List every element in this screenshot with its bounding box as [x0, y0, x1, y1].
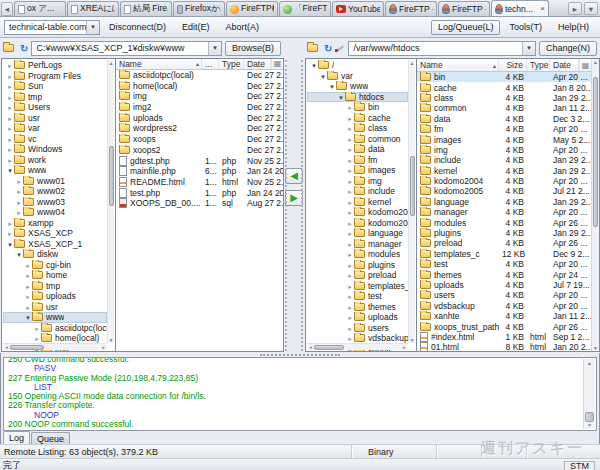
column-header-type[interactable]: Type: [527, 59, 550, 71]
twisty-icon[interactable]: [6, 228, 14, 238]
twisty-icon[interactable]: [346, 323, 354, 333]
file-row[interactable]: uploads 4 KB Jul 7 19...: [417, 280, 591, 290]
refresh-icon[interactable]: ↻: [324, 44, 332, 53]
file-row[interactable]: data 4 KB Dec 3 2...: [417, 114, 591, 124]
remote-file-list[interactable]: Name▴ Size Type Date ▦ bin 4 KB Apr 2: [417, 58, 600, 352]
twisty-icon[interactable]: [346, 218, 354, 228]
twisty-icon[interactable]: [6, 155, 14, 165]
tree-item[interactable]: usr: [3, 113, 107, 124]
twisty-icon[interactable]: [346, 102, 354, 112]
tree-item[interactable]: common: [307, 134, 408, 145]
tree-item[interactable]: var: [3, 123, 107, 134]
tree-item[interactable]: Windows: [3, 144, 107, 155]
twisty-icon[interactable]: [346, 155, 354, 165]
change-button[interactable]: Change(N): [539, 41, 597, 56]
tree-item[interactable]: Sun: [3, 81, 107, 92]
tree-item[interactable]: bin: [307, 102, 408, 113]
tree-item[interactable]: kernel: [307, 197, 408, 208]
refresh-icon[interactable]: ↻: [20, 44, 28, 53]
file-row[interactable]: xoops2 Dec 27 2...: [116, 145, 283, 156]
twisty-icon[interactable]: [346, 281, 354, 291]
toolbar-menu-item[interactable]: Edit(E): [175, 20, 217, 34]
tree-item[interactable]: data: [307, 144, 408, 155]
tree-item[interactable]: www: [307, 81, 408, 92]
tree-item[interactable]: work: [3, 155, 107, 166]
upload-arrow-button[interactable]: ▶: [285, 190, 303, 206]
log-vscrollbar[interactable]: ▲ ▼: [583, 359, 595, 429]
twisty-icon[interactable]: [24, 312, 32, 322]
tab-close-icon[interactable]: ×: [540, 4, 545, 13]
twisty-icon[interactable]: [346, 270, 354, 280]
file-row[interactable]: users 4 KB Apr 20 ...: [417, 290, 591, 300]
twisty-icon[interactable]: [346, 312, 354, 322]
tree-item[interactable]: fm: [307, 155, 408, 166]
tree-item[interactable]: www03: [3, 197, 107, 208]
tree-item[interactable]: vc: [3, 134, 107, 145]
file-row[interactable]: modules 4 KB Apr 26 ...: [417, 217, 591, 227]
tree-item[interactable]: htdocs: [307, 92, 408, 103]
chevron-down-icon[interactable]: ▾: [86, 21, 99, 34]
twisty-icon[interactable]: [337, 92, 345, 102]
tree-item[interactable]: usr: [3, 302, 107, 313]
tree-item[interactable]: XSAS_XCP: [3, 228, 107, 239]
tree-item[interactable]: class: [307, 123, 408, 134]
twisty-icon[interactable]: [346, 113, 354, 123]
tree-item[interactable]: test: [307, 291, 408, 302]
twisty-icon[interactable]: [6, 123, 14, 133]
twisty-icon[interactable]: [328, 81, 336, 91]
twisty-icon[interactable]: [346, 207, 354, 217]
browser-tab[interactable]: ox ア... ×: [14, 1, 66, 16]
column-header-date[interactable]: Date: [244, 59, 271, 69]
file-row[interactable]: xoops_trust_path 4 KB Apr 26 ...: [417, 321, 591, 331]
twisty-icon[interactable]: [6, 81, 14, 91]
tree-item[interactable]: include: [307, 186, 408, 197]
file-row[interactable]: 01.html 8 KB html Jan 20 2...: [417, 342, 591, 351]
tree-item[interactable]: uploads: [3, 291, 107, 302]
tree-item[interactable]: www: [3, 312, 107, 323]
file-row[interactable]: img Dec 27 2...: [116, 91, 283, 102]
twisty-icon[interactable]: [346, 144, 354, 154]
twisty-icon[interactable]: [15, 207, 23, 217]
column-picker-icon[interactable]: ▦: [271, 59, 283, 69]
twisty-icon[interactable]: [6, 71, 14, 81]
file-row[interactable]: kernel 4 KB Jan 29 2...: [417, 166, 591, 176]
toolbar-menu-item[interactable]: Disconnect(D): [102, 20, 173, 34]
tree-item[interactable]: home: [3, 270, 107, 281]
log-queue-toggle-button[interactable]: Log/Queue(L): [431, 20, 501, 35]
local-path-combo[interactable]: C:¥www¥XSAS_XCP_1¥diskw¥www ▾: [31, 41, 222, 56]
twisty-icon[interactable]: [6, 60, 14, 70]
browser-tab[interactable]: FireFTP -... ×: [438, 1, 490, 16]
chevron-down-icon[interactable]: ▾: [208, 42, 221, 55]
twisty-icon[interactable]: [6, 113, 14, 123]
browser-tab[interactable]: Firefoxか... ×: [173, 1, 225, 16]
twisty-icon[interactable]: [346, 302, 354, 312]
file-row[interactable]: asciidotpc(local) Dec 27 2...: [116, 70, 283, 81]
column-header-date[interactable]: Date: [550, 59, 579, 71]
twisty-icon[interactable]: [6, 102, 14, 112]
browser-tab[interactable]: XREAには... ×: [67, 1, 119, 16]
column-picker-icon[interactable]: ▦: [579, 59, 591, 71]
account-select[interactable]: technical-table.com ▾: [4, 20, 100, 35]
column-header-size[interactable]: ...: [202, 59, 219, 69]
file-row[interactable]: templates_c 12 KB Dec 9 2...: [417, 249, 591, 259]
twisty-icon[interactable]: [346, 291, 354, 301]
tree-item[interactable]: img: [307, 176, 408, 187]
tree-item[interactable]: www02: [3, 186, 107, 197]
file-row[interactable]: preload 4 KB Apr 26 ...: [417, 238, 591, 248]
twisty-icon[interactable]: [346, 228, 354, 238]
file-row[interactable]: cache 4 KB Jan 8 20...: [417, 82, 591, 92]
tab-scroll-right-button[interactable]: ▸: [568, 2, 582, 15]
tree-item[interactable]: diskw: [3, 249, 107, 260]
browser-tab[interactable]: 結局 Fire... ×: [120, 1, 172, 16]
toolbar-menu-item[interactable]: Tools(T): [502, 20, 549, 34]
twisty-icon[interactable]: [346, 186, 354, 196]
tree-item[interactable]: cgi-bin: [3, 260, 107, 271]
file-row[interactable]: XOOPS_DB_00.... 1... sql Aug 27 2...: [116, 198, 283, 209]
browser-tab[interactable]: FireFTP -... ×: [385, 1, 437, 16]
twisty-icon[interactable]: [15, 176, 23, 186]
twisty-icon[interactable]: [6, 92, 14, 102]
file-row[interactable]: img2 Dec 27 2...: [116, 102, 283, 113]
tab-list-button[interactable]: ▾: [584, 2, 598, 15]
transfer-mode-status[interactable]: Binary: [352, 445, 437, 458]
log-tab[interactable]: Log: [3, 431, 30, 444]
